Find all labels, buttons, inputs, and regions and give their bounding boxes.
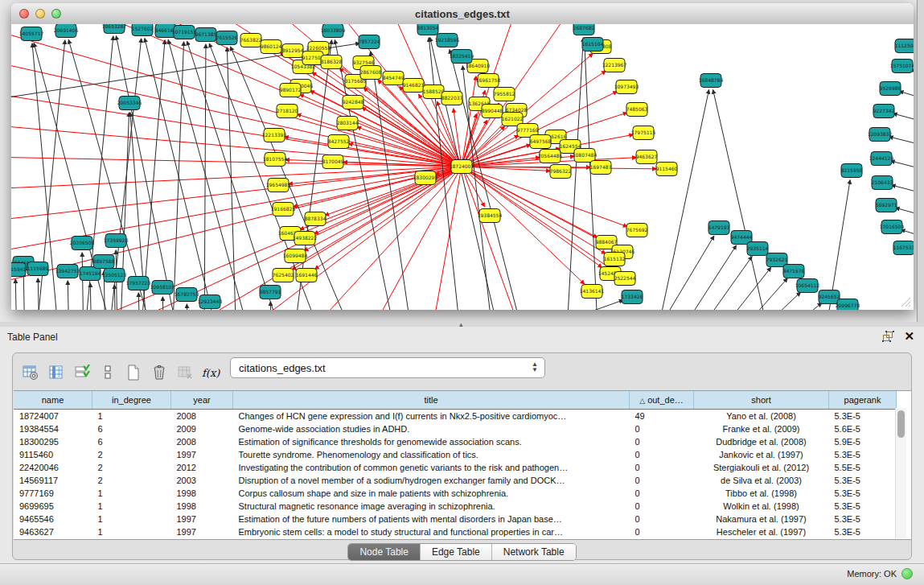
graph-node[interactable]: 8878334 (305, 212, 326, 226)
graph-node[interactable]: 1527602 (132, 24, 154, 36)
graph-node[interactable]: 8170049 (322, 155, 344, 169)
graph-node[interactable]: 1112504 (895, 39, 914, 53)
close-button[interactable] (19, 9, 29, 19)
resize-grip-icon[interactable] (901, 297, 911, 307)
network-graph[interactable]: 1872400776638229860124891295410543382222… (11, 24, 914, 310)
graph-node[interactable]: 7663822 (240, 34, 262, 47)
graph-node[interactable]: 10653287 (102, 24, 127, 34)
graph-node[interactable]: 12444129 (869, 152, 894, 166)
row-height-button[interactable] (96, 360, 120, 385)
graph-node[interactable]: 9857791 (260, 286, 281, 299)
graph-node[interactable]: 20053346 (117, 97, 142, 110)
graph-node[interactable]: 10958107 (150, 281, 175, 295)
graph-node[interactable]: 9245652 (819, 290, 840, 304)
table-row[interactable]: 911546021997Tourette syndrome. Phenomeno… (14, 448, 897, 461)
column-select-button[interactable] (44, 360, 68, 385)
tab-edge-table[interactable]: Edge Table (421, 544, 492, 560)
graph-node[interactable]: 2106433 (872, 176, 893, 190)
network-window-titlebar[interactable]: citations_edges.txt (11, 3, 914, 25)
graph-node[interactable]: 1167533 (893, 241, 914, 255)
graph-node[interactable]: 1615132 (604, 253, 626, 266)
graph-node[interactable]: 7986322 (550, 165, 572, 179)
graph-node[interactable]: 18107554 (263, 153, 288, 167)
tab-network-table[interactable]: Network Table (492, 544, 576, 560)
table-row[interactable]: 946554611997Estimation of the future num… (14, 513, 897, 525)
graph-node[interactable]: 8990448 (482, 105, 503, 118)
graph-node[interactable]: 1115689 (27, 262, 49, 276)
graph-node[interactable]: 8912954 (282, 44, 304, 58)
float-window-icon[interactable] (882, 331, 894, 342)
table-row[interactable]: 1830029562008Estimation of significance … (14, 435, 897, 448)
minimize-button[interactable] (35, 9, 45, 19)
graph-node[interactable]: 9463627 (636, 150, 658, 164)
graph-node[interactable]: 2867608 (360, 66, 382, 80)
column-header-pagerank[interactable]: pagerank (829, 391, 897, 410)
graph-node[interactable]: 9671385 (195, 28, 217, 42)
graph-node[interactable]: 17359928 (104, 234, 129, 248)
table-selector-dropdown[interactable]: citations_edges.txt ▲▼ (230, 357, 545, 378)
graph-node[interactable]: 7625402 (273, 269, 294, 282)
zoom-button[interactable] (51, 9, 61, 19)
table-row[interactable]: 1456911722003Disruption of a novel membe… (14, 474, 897, 487)
column-header-in_degree[interactable]: in_degree (92, 391, 171, 410)
graph-node[interactable]: 2522544 (614, 272, 636, 286)
graph-node[interactable]: 7857224 (359, 35, 380, 49)
graph-node[interactable]: 8215958 (841, 164, 863, 178)
graph-node[interactable]: 18300295 (413, 171, 438, 185)
graph-node[interactable]: 17016504 (880, 220, 905, 234)
graph-node[interactable]: 7675692 (626, 224, 648, 237)
graph-node[interactable]: 10973493 (614, 80, 639, 94)
graph-node[interactable]: 8427552 (328, 135, 350, 149)
graph-node[interactable]: 9860124 (261, 40, 282, 54)
graph-node[interactable]: 1697487 (590, 161, 612, 175)
graph-node[interactable]: 9115460 (656, 163, 678, 176)
graph-node[interactable]: 8471676 (783, 265, 805, 278)
table-row[interactable]: 2242004622012Investigating the contribut… (14, 461, 897, 474)
graph-node[interactable]: 7615526 (216, 31, 238, 45)
table-row[interactable]: 1938455462009Genome-wide association stu… (14, 422, 897, 435)
graph-node[interactable]: 9890172 (280, 84, 302, 97)
table-scrollbar-thumb[interactable] (897, 410, 905, 438)
graph-node[interactable]: 20996778 (836, 299, 860, 311)
graph-node[interactable]: 12505123 (102, 269, 127, 282)
graph-node[interactable]: 15751074 (890, 60, 914, 73)
graph-node[interactable]: 7955812 (494, 88, 515, 101)
network-canvas[interactable]: 1872400776638229860124891295410543382222… (11, 24, 914, 310)
graph-node[interactable]: 1615104 (582, 38, 604, 51)
tab-node-table[interactable]: Node Table (348, 544, 421, 560)
graph-node[interactable]: 8822037 (441, 92, 463, 105)
graph-node[interactable]: 19384554 (478, 209, 503, 223)
graph-node[interactable]: 10807484 (573, 149, 598, 163)
graph-node[interactable]: 2935114 (747, 242, 769, 256)
graph-node[interactable]: 12923448 (198, 295, 223, 309)
graph-node[interactable]: 20206505 (70, 237, 95, 250)
graph-node[interactable]: 2718120 (277, 105, 298, 118)
graph-node[interactable]: 13942757 (55, 265, 80, 278)
graph-node[interactable]: 6497568 (530, 135, 552, 149)
table-row[interactable]: 946362711997Embryonic stem cells: a mode… (14, 525, 897, 538)
graph-node[interactable]: 1745194 (80, 267, 101, 281)
graph-node[interactable]: 14136141 (580, 285, 605, 299)
table-row[interactable]: 969969511998Structural magnetic resonanc… (14, 500, 897, 513)
column-header-name[interactable]: name (14, 391, 92, 410)
graph-node[interactable]: 20564486 (538, 150, 563, 163)
graph-node[interactable]: 16782753 (175, 288, 199, 302)
graph-node[interactable]: 19218596 (435, 34, 460, 47)
graph-node[interactable]: 9227342 (873, 105, 895, 118)
graph-node[interactable]: 16099484 (283, 249, 308, 263)
graph-node[interactable]: 9897588 (93, 255, 115, 269)
graph-node[interactable]: 3915941 (11, 263, 27, 277)
graph-node[interactable]: 17957223 (126, 277, 151, 290)
delete-button[interactable] (147, 360, 171, 385)
column-header-title[interactable]: title (233, 391, 630, 410)
collapsed-side-panel[interactable] (917, 0, 924, 322)
graph-node[interactable]: 18724007 (450, 160, 474, 174)
graph-node[interactable]: 16848784 (699, 74, 724, 88)
graph-node[interactable]: 17975115 (631, 126, 656, 140)
graph-node[interactable]: 10719155 (172, 26, 197, 39)
graph-node[interactable]: 19654985 (266, 179, 291, 192)
graph-node[interactable]: 5692971 (876, 199, 897, 212)
graph-node[interactable]: 9529986 (880, 82, 901, 96)
graph-node[interactable]: 8454749 (383, 72, 405, 85)
graph-node[interactable]: 14055717 (19, 27, 44, 41)
